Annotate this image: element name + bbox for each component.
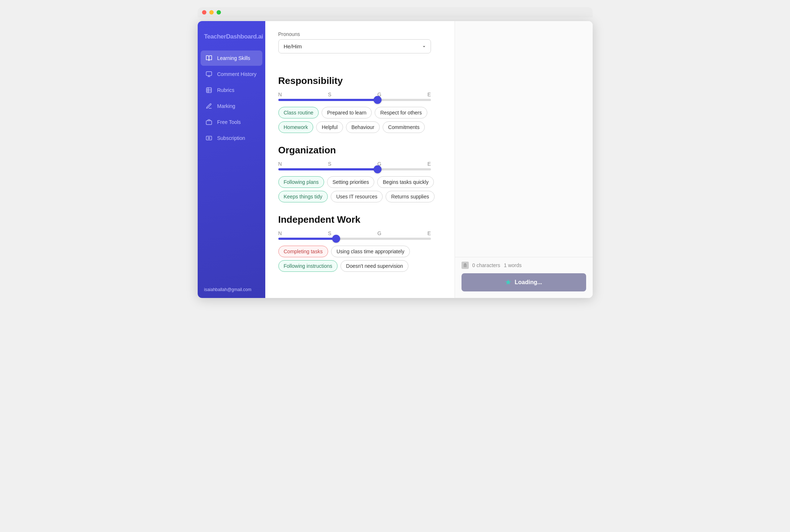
sidebar: TeacherDashboard.ai Learning Skills (198, 21, 265, 298)
rubrics-icon (205, 86, 213, 94)
sidebar-item-label: Free Tools (217, 119, 241, 125)
tag-keeps-things-tidy[interactable]: Keeps things tidy (278, 191, 328, 202)
sidebar-item-rubrics[interactable]: Rubrics (201, 82, 262, 98)
svg-rect-11 (464, 264, 467, 267)
subscription-icon (205, 134, 213, 142)
right-panel: 0 characters 1 words ★ Loading... (455, 21, 593, 298)
responsibility-slider-labels: N S G E (278, 92, 431, 97)
responsibility-tags: Class routine Prepared to learn Respect … (278, 107, 442, 133)
responsibility-slider[interactable] (278, 99, 431, 101)
close-dot[interactable] (202, 10, 206, 15)
responsibility-section: Responsibility N S G E Class (278, 75, 442, 133)
char-count-bar: 0 characters 1 words (455, 257, 593, 273)
independent-work-slider[interactable] (278, 238, 431, 240)
free-tools-icon (205, 118, 213, 126)
clipboard-icon (461, 262, 469, 269)
right-panel-body (455, 21, 593, 257)
sidebar-item-marking[interactable]: Marking (201, 98, 262, 114)
content-area: Pronouns He/Him She/Her They/Them Other … (265, 21, 455, 298)
tag-commitments[interactable]: Commitments (383, 121, 425, 133)
tag-following-instructions[interactable]: Following instructions (278, 260, 338, 272)
logo: TeacherDashboard.ai (198, 33, 265, 51)
tag-prepared-to-learn[interactable]: Prepared to learn (322, 107, 372, 118)
word-count-text: 1 words (504, 262, 522, 268)
svg-rect-7 (206, 121, 211, 125)
loading-button[interactable]: ★ Loading... (461, 273, 586, 291)
tag-behaviour[interactable]: Behaviour (346, 121, 380, 133)
sidebar-item-subscription[interactable]: Subscription (201, 130, 262, 146)
user-email: isaiahballah@gmail.com (198, 281, 265, 298)
sidebar-item-learning-skills[interactable]: Learning Skills (201, 51, 262, 66)
tag-class-routine[interactable]: Class routine (278, 107, 319, 118)
tag-uses-it-resources[interactable]: Uses IT resources (331, 191, 383, 202)
organization-section: Organization N S G E Followin (278, 145, 442, 202)
independent-work-slider-labels: N S G E (278, 230, 431, 236)
independent-work-title: Independent Work (278, 214, 442, 225)
marking-icon (205, 102, 213, 110)
minimize-dot[interactable] (209, 10, 214, 15)
tag-setting-priorities[interactable]: Setting priorities (327, 176, 374, 188)
tag-begins-tasks-quickly[interactable]: Begins tasks quickly (377, 176, 434, 188)
sidebar-item-label: Subscription (217, 135, 245, 141)
tag-homework[interactable]: Homework (278, 121, 314, 133)
svg-point-9 (208, 137, 210, 139)
pronouns-label: Pronouns (278, 31, 442, 37)
main-area: Pronouns He/Him She/Her They/Them Other … (265, 21, 593, 298)
logo-text: TeacherDashboard.ai (204, 33, 263, 40)
tag-respect-for-others[interactable]: Respect for others (375, 107, 427, 118)
svg-rect-8 (206, 136, 211, 140)
sidebar-item-label: Learning Skills (217, 55, 250, 61)
sidebar-item-label: Comment History (217, 71, 257, 77)
pronouns-select[interactable]: He/Him She/Her They/Them Other (278, 39, 431, 53)
organization-tags: Following plans Setting priorities Begin… (278, 176, 442, 202)
maximize-dot[interactable] (217, 10, 221, 15)
star-icon: ★ (505, 278, 511, 286)
tag-following-plans[interactable]: Following plans (278, 176, 325, 188)
organization-slider-labels: N S G E (278, 161, 431, 167)
sidebar-item-free-tools[interactable]: Free Tools (201, 114, 262, 130)
tag-doesnt-need-supervision[interactable]: Doesn't need supervision (340, 260, 408, 272)
organization-slider[interactable] (278, 168, 431, 170)
tag-returns-supplies[interactable]: Returns supplies (386, 191, 434, 202)
loading-label: Loading... (515, 279, 542, 286)
independent-work-section: Independent Work N S G E Comp (278, 214, 442, 272)
comment-history-icon (205, 70, 213, 78)
independent-work-tags: Completing tasks Using class time approp… (278, 246, 442, 272)
char-count-text: 0 characters (472, 262, 500, 268)
svg-rect-0 (206, 72, 211, 76)
sidebar-item-label: Marking (217, 103, 235, 109)
organization-title: Organization (278, 145, 442, 156)
learning-skills-icon (205, 54, 213, 62)
tag-completing-tasks[interactable]: Completing tasks (278, 246, 328, 257)
tag-helpful[interactable]: Helpful (316, 121, 343, 133)
pronouns-section: Pronouns He/Him She/Her They/Them Other (278, 31, 442, 64)
sidebar-item-label: Rubrics (217, 87, 234, 93)
sidebar-item-comment-history[interactable]: Comment History (201, 66, 262, 82)
logo-accent: .ai (257, 33, 263, 40)
titlebar (198, 7, 593, 17)
responsibility-title: Responsibility (278, 75, 442, 86)
tag-using-class-time[interactable]: Using class time appropriately (331, 246, 410, 257)
svg-rect-3 (206, 88, 211, 93)
sidebar-nav: Learning Skills Comment History (198, 51, 265, 281)
